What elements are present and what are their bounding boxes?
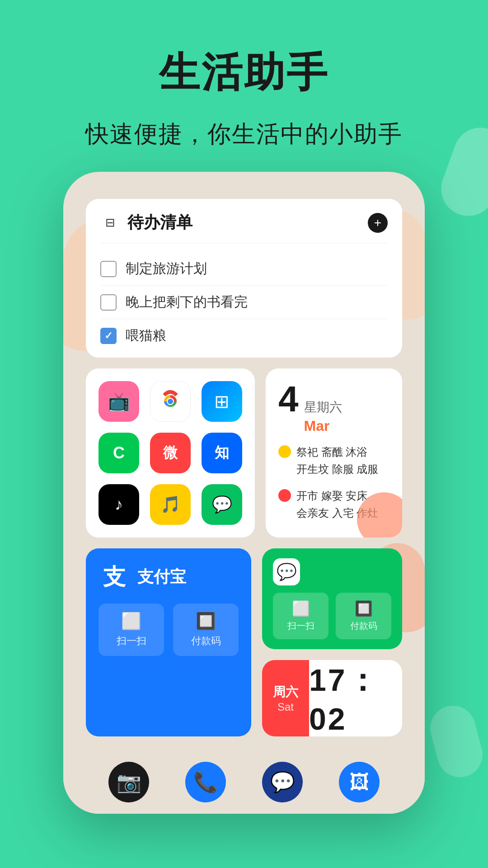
- chrome-svg: [158, 389, 183, 414]
- clock-time: 17：02: [309, 660, 402, 736]
- gallery-icon: 🖼: [349, 771, 369, 793]
- clock-weekday-en: Sat: [277, 701, 294, 713]
- alipay-pay-label: 付款码: [191, 635, 221, 646]
- wechat-actions: ⬜ 扫一扫 🔲 付款码: [273, 593, 391, 639]
- app-icon-tv[interactable]: 📺: [99, 381, 139, 422]
- grid-row: 📺: [86, 368, 402, 538]
- todo-add-button[interactable]: +: [368, 213, 388, 233]
- phone-icon: 📞: [193, 770, 218, 794]
- cal-good-badge: [278, 445, 291, 458]
- app-icon-music[interactable]: 🎵: [150, 484, 191, 525]
- app-icon-wechat[interactable]: 💬: [202, 484, 242, 525]
- dock-message-button[interactable]: 💬: [262, 762, 303, 802]
- payment-row: 支 支付宝 ⬜ 扫一扫 🔲 付款码 💬: [86, 548, 402, 736]
- wechat-logo: 💬: [273, 558, 300, 585]
- wechat-top: 💬: [273, 558, 391, 585]
- wechat-widget: 💬 ⬜ 扫一扫 🔲 付款码: [262, 548, 402, 649]
- calendar-widget: 4 星期六 Mar 祭祀 斋醮 沐浴开生坟 除服 成服 开市 嫁娶 安床会亲友 …: [266, 368, 402, 538]
- deco-shape-bottom: [425, 701, 488, 782]
- cal-date-number: 4: [278, 381, 299, 417]
- checkbox-3[interactable]: [100, 328, 117, 344]
- wechat-pay-icon: 🔲: [336, 600, 391, 617]
- app-icon-chrome[interactable]: [150, 381, 191, 422]
- app-icon-zhihu[interactable]: 知: [202, 433, 242, 473]
- wechat-scan-label: 扫一扫: [287, 621, 314, 631]
- cal-bad-badge: [278, 489, 291, 502]
- app-icon-tiktok[interactable]: ♪: [99, 484, 139, 525]
- todo-item-1[interactable]: 制定旅游计划: [100, 252, 388, 286]
- alipay-actions: ⬜ 扫一扫 🔲 付款码: [99, 604, 239, 656]
- todo-text-2: 晚上把剩下的书看完: [126, 293, 248, 311]
- alipay-top: 支 支付宝: [99, 561, 239, 593]
- cal-weekday: 星期六: [304, 399, 342, 416]
- todo-item-3[interactable]: 喂猫粮: [100, 319, 388, 345]
- cal-good-text: 祭祀 斋醮 沐浴开生坟 除服 成服: [296, 443, 378, 478]
- wechat-pay-label: 付款码: [350, 621, 377, 631]
- app-icon-green[interactable]: C: [99, 433, 139, 473]
- checkbox-1[interactable]: [100, 261, 117, 277]
- app-icon-appstore[interactable]: ⊞: [202, 381, 242, 422]
- wechat-pay-button[interactable]: 🔲 付款码: [336, 593, 391, 639]
- camera-icon: 📷: [117, 770, 141, 794]
- alipay-scan-icon: ⬜: [99, 612, 164, 631]
- todo-text-1: 制定旅游计划: [126, 259, 207, 278]
- todo-widget: ⊟ 待办清单 + 制定旅游计划 晚上把剩下的书看完 喂猫粮: [86, 199, 402, 358]
- clock-day-badge: 周六 Sat: [262, 660, 309, 736]
- cal-good-row: 祭祀 斋醮 沐浴开生坟 除服 成服: [278, 443, 389, 478]
- message-icon: 💬: [270, 770, 295, 794]
- clock-widget: 周六 Sat 17：02: [262, 660, 402, 736]
- app-grid-widget: 📺: [86, 368, 255, 538]
- dock-phone-button[interactable]: 📞: [185, 762, 226, 802]
- cal-month: Mar: [304, 418, 342, 434]
- todo-text-3: 喂猫粮: [126, 326, 166, 345]
- checkbox-2[interactable]: [100, 294, 117, 311]
- todo-title: 待办清单: [127, 212, 192, 234]
- todo-divider: [100, 243, 388, 243]
- phone-mockup: ⊟ 待办清单 + 制定旅游计划 晚上把剩下的书看完 喂猫粮 📺: [63, 172, 425, 814]
- alipay-pay-button[interactable]: 🔲 付款码: [173, 604, 239, 656]
- app-grid: 📺: [99, 381, 242, 525]
- dock-camera-button[interactable]: 📷: [108, 762, 149, 802]
- wechat-scan-button[interactable]: ⬜ 扫一扫: [273, 593, 328, 639]
- wechat-scan-icon: ⬜: [273, 600, 328, 617]
- svg-point-3: [168, 399, 173, 404]
- main-title: 生活助手: [0, 45, 488, 100]
- alipay-name: 支付宝: [137, 566, 186, 588]
- alipay-pay-icon: 🔲: [173, 612, 239, 631]
- todo-header: ⊟ 待办清单 +: [100, 212, 388, 234]
- clock-weekday-zh: 周六: [273, 684, 298, 701]
- todo-item-2[interactable]: 晚上把剩下的书看完: [100, 286, 388, 319]
- alipay-widget: 支 支付宝 ⬜ 扫一扫 🔲 付款码: [86, 548, 251, 736]
- bottom-dock: 📷 📞 💬 🖼: [63, 750, 425, 814]
- sub-title: 快速便捷，你生活中的小助手: [0, 118, 488, 150]
- alipay-scan-button[interactable]: ⬜ 扫一扫: [99, 604, 164, 656]
- app-icon-weibo[interactable]: 微: [150, 433, 191, 473]
- todo-list-icon: ⊟: [100, 213, 120, 233]
- alipay-logo: 支: [99, 561, 130, 593]
- dock-gallery-button[interactable]: 🖼: [339, 762, 380, 802]
- todo-header-left: ⊟ 待办清单: [100, 212, 192, 234]
- alipay-scan-label: 扫一扫: [117, 635, 146, 646]
